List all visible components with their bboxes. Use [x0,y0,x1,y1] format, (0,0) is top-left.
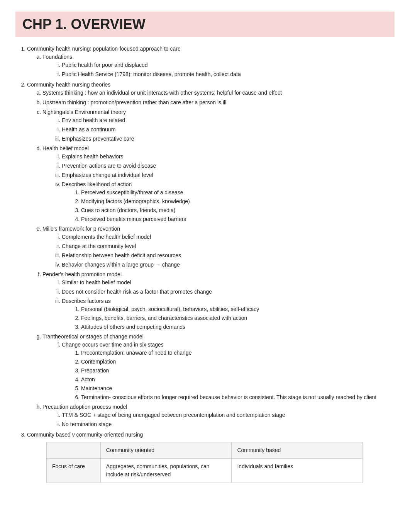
list-item: Emphasizes change at individual level [62,171,395,179]
s2f-text: Pender's health promotion model [42,271,122,277]
list-item: Feelings, benefits, barriers, and charac… [81,314,395,322]
list-item: Change at the community level [62,242,395,250]
list-item: Complements the health belief model [62,233,395,241]
table-row: Focus of care Aggregates, communities, p… [47,459,363,483]
list-item: Describes likelihood of action Perceived… [62,180,395,223]
list-item: Does not consider health risk as a facto… [62,288,395,296]
list-item: Personal (biological, psych, sociocultur… [81,305,395,313]
list-item: Modifying factors (demographics, knowled… [81,197,395,206]
s2e-text: Milio's framework for p revention [42,226,120,232]
list-item: Maintenance [81,384,395,393]
list-item: Trantheoretical or stages of change mode… [42,333,395,401]
list-item: Attitudes of others and competing demand… [81,323,395,331]
list-item: Precaution adoption process model TTM & … [42,403,395,428]
list-item: Systems thinking : how an individual or … [42,89,395,97]
header-col1 [47,442,101,459]
list-item: Health belief model Explains health beha… [42,144,395,223]
s1a-i: Public health for poor and displaced [62,62,148,68]
s2c-children: Env and health are related Health as a c… [42,116,395,143]
s2d-children: Explains health behaviors Prevention act… [42,153,395,223]
section-2-text: Community health nursing theories [27,82,110,88]
list-item: Prevention actions are to avoid disease [62,162,395,170]
list-item: Public health for poor and displaced [62,61,395,69]
s2d-iv-children: Perceived susceptibility/threat of a dis… [62,189,395,223]
list-item: No termination stage [62,420,395,428]
section-2-children: Systems thinking : how an individual or … [27,89,395,428]
list-item: Community based v community-oriented nur… [27,431,395,483]
s2c-text: Nightingale's Environmental theory [42,109,126,115]
list-item: Pender's health promotion model Similar … [42,270,395,331]
list-item: Env and health are related [62,116,395,124]
list-item: Community health nursing: population-foc… [27,45,395,78]
list-item: Emphasizes preventative care [62,135,395,143]
list-item: Behavior changes within a large group → … [62,261,395,269]
row-col2: Aggregates, communities, populations, ca… [100,459,232,483]
comparison-table: Community oriented Community based Focus… [46,442,363,483]
header-col3: Community based [232,442,363,459]
header-col2: Community oriented [100,442,232,459]
list-item: Perceived benefits minus perceived barri… [81,215,395,223]
section-1-text: Community health nursing: population-foc… [27,46,181,52]
list-item: TTM & SOC + stage of being unengaged bet… [62,411,395,419]
list-item: Cues to action (doctors, friends, media) [81,206,395,214]
s1a-ii: Public Health Service (1798); monitor di… [62,71,241,77]
s2b-text: Upstream thinking : promotion/prevention… [42,99,226,105]
comparison-table-wrapper: Community oriented Community based Focus… [46,442,395,483]
row-col3: Individuals and families [232,459,363,483]
list-item: Upstream thinking : promotion/prevention… [42,99,395,107]
list-item: Preparation [81,367,395,375]
s1a-text: Foundations [42,54,72,60]
list-item: Acton [81,376,395,384]
list-item: Perceived susceptibility/threat of a dis… [81,189,395,197]
list-item: Termination- conscious efforts no longer… [81,393,395,401]
list-item: Precontemplation: unaware of need to cha… [81,349,395,357]
s2h-text: Precaution adoption process model [42,404,127,410]
list-item: Milio's framework for p revention Comple… [42,225,395,269]
list-item: Health as a continuum [62,126,395,134]
list-item: Foundations Public health for poor and d… [42,53,395,78]
list-item: Similar to health belief model [62,279,395,287]
s2d-text: Health belief model [42,145,89,151]
section-3-children: Community oriented Community based Focus… [27,442,395,483]
section-1-children: Foundations Public health for poor and d… [27,53,395,78]
table-header-row: Community oriented Community based [47,442,363,459]
list-item: Contemplation [81,358,395,366]
list-item: Community health nursing theories System… [27,81,395,428]
list-item: Community oriented Community based Focus… [35,442,395,483]
page-title: CHP 1. OVERVIEW [15,12,395,37]
list-item: Change occurs over time and in six stage… [62,341,395,401]
list-item: Explains health behaviors [62,153,395,161]
list-item: Public Health Service (1798); monitor di… [62,70,395,78]
list-item: Relationship between health deficit and … [62,252,395,260]
list-item: Nightingale's Environmental theory Env a… [42,108,395,143]
row-label: Focus of care [47,459,101,483]
s2a-text: Systems thinking : how an individual or … [42,90,282,96]
section-3-text: Community based v community-oriented nur… [27,432,143,438]
s2g-text: Trantheoretical or stages of change mode… [42,333,144,340]
main-list: Community health nursing: population-foc… [15,45,395,483]
list-item: Describes factors as Personal (biologica… [62,297,395,331]
s1a-children: Public health for poor and displaced Pub… [42,61,395,78]
